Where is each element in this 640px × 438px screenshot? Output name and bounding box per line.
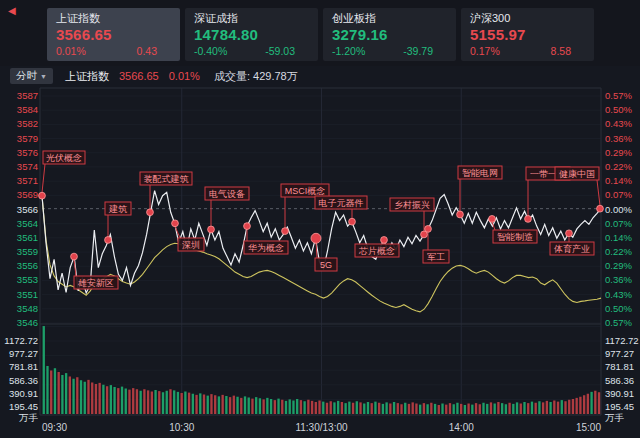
volume-axis-label: 586.36 <box>605 375 634 386</box>
volume-bar <box>415 403 417 414</box>
volume-bar <box>337 401 339 414</box>
timeframe-dropdown[interactable]: 分时 ▼ <box>10 68 53 84</box>
event-dot[interactable] <box>566 230 573 237</box>
volume-axis-label: 1172.72 <box>4 335 38 346</box>
index-value: 5155.97 <box>470 26 585 44</box>
volume-bar <box>404 403 406 414</box>
event-dot[interactable] <box>311 233 321 243</box>
volume-bar <box>173 390 175 414</box>
price-axis-label: 3579 <box>17 133 38 144</box>
event-dot[interactable] <box>489 216 496 223</box>
volume-bar <box>128 390 130 414</box>
event-label: 体育产业 <box>554 244 590 254</box>
event-dot[interactable] <box>349 218 356 225</box>
percent-axis-label: 0.07% <box>605 189 632 200</box>
volume-bar <box>523 402 525 414</box>
event-dot[interactable] <box>282 228 289 235</box>
volume-unit-label: 万手 <box>19 412 39 423</box>
price-axis-label: 3571 <box>17 175 38 186</box>
volume-bar <box>520 403 522 414</box>
event-connector <box>597 180 600 206</box>
volume-bar <box>553 400 555 414</box>
volume-bar <box>412 402 414 414</box>
index-card-shanghai[interactable]: 上证指数 3566.65 0.01% 0.43 <box>47 8 180 61</box>
event-dot[interactable] <box>457 211 464 218</box>
volume-bar <box>203 394 205 414</box>
volume-bar <box>91 382 93 414</box>
volume-bar <box>538 401 540 414</box>
volume-bar <box>259 398 261 414</box>
event-label: 智能制造 <box>497 232 533 242</box>
volume-bar <box>441 403 443 414</box>
volume-bar <box>348 402 350 414</box>
volume-bar <box>113 387 115 414</box>
event-dot[interactable] <box>39 192 46 199</box>
time-axis-label: 15:00 <box>576 422 601 433</box>
volume-bar <box>527 403 529 414</box>
event-dot[interactable] <box>425 225 432 232</box>
event-dot[interactable] <box>525 216 532 223</box>
event-label: 5G <box>320 260 332 270</box>
volume-bar <box>587 394 589 414</box>
stock-app: ◀ 上证指数 3566.65 0.01% 0.43 深证成指 14784.80 … <box>0 0 640 438</box>
percent-axis-label: 0.29% <box>605 260 632 271</box>
volume-bar <box>456 403 458 414</box>
event-dot[interactable] <box>597 205 604 212</box>
price-axis-label: 3576 <box>17 147 38 158</box>
event-dot[interactable] <box>381 237 388 244</box>
volume-bar <box>50 370 52 414</box>
volume-bar <box>430 403 432 414</box>
index-chg: 8.58 <box>551 44 571 59</box>
volume-bar <box>244 396 246 414</box>
volume-bar <box>43 326 45 414</box>
volume-bar <box>467 403 469 414</box>
volume-bar <box>225 396 227 414</box>
index-pct: -0.40% <box>194 44 227 59</box>
event-dot[interactable] <box>172 220 179 227</box>
volume-bar <box>84 382 86 414</box>
volume-bar <box>46 366 48 414</box>
index-value: 3279.16 <box>332 26 447 44</box>
volume-bar <box>266 398 268 414</box>
volume-bar <box>479 404 481 414</box>
price-axis-label: 3548 <box>17 303 38 314</box>
index-card-chinext[interactable]: 创业板指 3279.16 -1.20% -39.79 <box>323 8 456 61</box>
volume-bar <box>292 400 294 414</box>
event-dot[interactable] <box>71 253 78 260</box>
event-dot[interactable] <box>147 209 154 216</box>
volume-bar <box>207 396 209 414</box>
volume-bar <box>438 405 440 414</box>
volume-bar <box>255 397 257 414</box>
index-card-shenzhen[interactable]: 深证成指 14784.80 -0.40% -59.03 <box>185 8 318 61</box>
volume-bar <box>363 403 365 414</box>
volume-bar <box>341 402 343 414</box>
volume-bar <box>486 404 488 414</box>
volume-bar <box>285 401 287 414</box>
event-label: 军工 <box>427 252 445 262</box>
volume-bar <box>464 405 466 414</box>
event-dot[interactable] <box>244 223 251 230</box>
event-dot[interactable] <box>208 226 215 233</box>
price-axis-label: 3584 <box>17 104 38 115</box>
volume-bar <box>277 399 279 414</box>
event-dot[interactable] <box>105 237 112 244</box>
volume-bar <box>274 400 276 414</box>
volume-bar <box>471 405 473 414</box>
volume-bar <box>296 399 298 414</box>
volume-bar <box>374 402 376 414</box>
volume-bar <box>233 396 235 414</box>
volume-bar <box>180 393 182 414</box>
volume-bar <box>87 380 89 414</box>
event-label: 装配式建筑 <box>144 174 189 184</box>
volume-bar <box>125 388 127 414</box>
volume-bar <box>326 403 328 414</box>
index-card-csi300[interactable]: 沪深300 5155.97 0.17% 8.58 <box>461 8 594 61</box>
time-axis-label: 09:30 <box>42 422 67 433</box>
volume-bar <box>512 404 514 414</box>
index-name: 创业板指 <box>332 11 447 26</box>
index-pct: -1.20% <box>332 44 365 59</box>
volume-bar <box>393 402 395 414</box>
intraday-chart[interactable]: 3587358435823579357635743571356935663564… <box>0 86 640 438</box>
volume-bar <box>158 391 160 414</box>
volume-axis-label: 1172.72 <box>605 335 639 346</box>
